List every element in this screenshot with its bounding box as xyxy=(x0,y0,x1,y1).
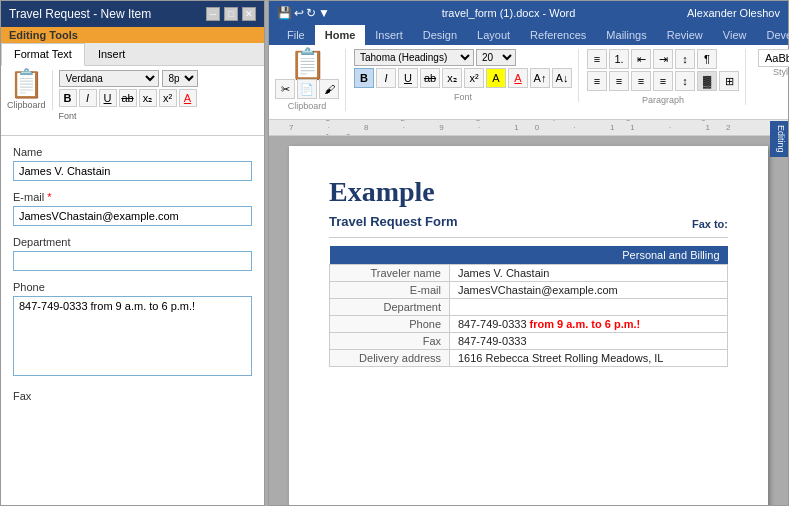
word-font-label: Font xyxy=(454,92,472,102)
save-icon[interactable]: 💾 xyxy=(277,6,292,20)
editing-tools-label: Editing Tools xyxy=(9,29,78,41)
dept-input[interactable] xyxy=(13,251,252,271)
font-controls: Verdana 8pt B I U ab x₂ x² A Font xyxy=(59,70,258,121)
row-label-phone: Phone xyxy=(330,316,450,333)
word-decrease-font-button[interactable]: A↓ xyxy=(552,68,572,88)
word-font-row1: Tahoma (Headings) 20 xyxy=(354,49,516,66)
font-row1: Verdana 8pt xyxy=(59,70,258,87)
table-row: E-mail JamesVChastain@example.com xyxy=(330,282,728,299)
bold-button[interactable]: B xyxy=(59,89,77,107)
phone-input[interactable]: 847-749-0333 from 9 a.m. to 6 p.m.! xyxy=(13,296,252,376)
word-highlight-button[interactable]: A xyxy=(486,68,506,88)
word-filename: travel_form (1).docx - Word xyxy=(442,7,576,19)
border-button[interactable]: ⊞ xyxy=(719,71,739,91)
copy-button[interactable]: 📄 xyxy=(297,79,317,99)
table-row: Department xyxy=(330,299,728,316)
maximize-button[interactable]: □ xyxy=(224,7,238,21)
close-button[interactable]: ✕ xyxy=(242,7,256,21)
sort-button[interactable]: ↕ xyxy=(675,49,695,69)
word-font-select[interactable]: Tahoma (Headings) xyxy=(354,49,474,66)
word-sup-button[interactable]: x² xyxy=(464,68,484,88)
word-title-center: travel_form (1).docx - Word xyxy=(442,7,576,19)
word-paste-sub: ✂ 📄 🖌 xyxy=(275,79,339,99)
quick-access-toolbar: 💾 ↩ ↻ ▼ xyxy=(277,6,330,20)
row-value-phone: 847-749-0333 from 9 a.m. to 6 p.m.! xyxy=(450,316,728,333)
word-tab-design[interactable]: Design xyxy=(413,25,467,45)
name-field: Name xyxy=(13,146,252,181)
paste-button[interactable]: 📋 xyxy=(9,70,44,98)
show-para-button[interactable]: ¶ xyxy=(697,49,717,69)
form-area: Name E-mail * Department Phone 847-749-0… xyxy=(1,136,264,505)
doc-title: Example xyxy=(329,176,728,208)
name-label: Name xyxy=(13,146,252,158)
travel-request-panel: Travel Request - New Item ─ □ ✕ Editing … xyxy=(0,0,265,506)
phone-label: Phone xyxy=(13,281,252,293)
word-bold-button[interactable]: B xyxy=(354,68,374,88)
tab-insert[interactable]: Insert xyxy=(85,43,139,65)
cut-button[interactable]: ✂ xyxy=(275,79,295,99)
word-sub-button[interactable]: x₂ xyxy=(442,68,462,88)
styles-box[interactable]: AaBbCc xyxy=(758,49,789,67)
underline-button[interactable]: U xyxy=(99,89,117,107)
subscript-button[interactable]: x₂ xyxy=(139,89,157,107)
word-tab-home[interactable]: Home xyxy=(315,25,366,45)
word-tab-mailings[interactable]: Mailings xyxy=(596,25,656,45)
row-value-email: JamesVChastain@example.com xyxy=(450,282,728,299)
word-tab-review[interactable]: Review xyxy=(657,25,713,45)
font-size-select[interactable]: 8pt xyxy=(162,70,198,87)
customize-qat-icon[interactable]: ▼ xyxy=(318,6,330,20)
word-color-button[interactable]: A xyxy=(508,68,528,88)
email-input[interactable] xyxy=(13,206,252,226)
indent-increase-button[interactable]: ⇥ xyxy=(653,49,673,69)
format-painter-button[interactable]: 🖌 xyxy=(319,79,339,99)
word-tab-file[interactable]: File xyxy=(277,25,315,45)
para-row2: ≡ ≡ ≡ ≡ ↕ ▓ ⊞ xyxy=(587,71,739,91)
ruler: · 1 · 2 · 3 · 4 · 5 · 6 · 7 · 8 · 9 · 10… xyxy=(269,120,788,136)
word-para-label: Paragraph xyxy=(642,95,684,105)
superscript-button[interactable]: x² xyxy=(159,89,177,107)
word-underline-button[interactable]: U xyxy=(398,68,418,88)
numbering-button[interactable]: 1. xyxy=(609,49,629,69)
font-label: Font xyxy=(59,111,258,121)
bullets-button[interactable]: ≡ xyxy=(587,49,607,69)
font-color-button[interactable]: A xyxy=(179,89,197,107)
dept-field: Department xyxy=(13,236,252,271)
clipboard-label: Clipboard xyxy=(7,100,46,110)
tab-format-text[interactable]: Format Text xyxy=(1,43,85,66)
word-size-select[interactable]: 20 xyxy=(476,49,516,66)
word-tab-insert[interactable]: Insert xyxy=(365,25,413,45)
word-tab-view[interactable]: View xyxy=(713,25,757,45)
align-right-button[interactable]: ≡ xyxy=(631,71,651,91)
word-strike-button[interactable]: ab xyxy=(420,68,440,88)
word-tab-develo[interactable]: Develo... xyxy=(756,25,789,45)
word-tab-references[interactable]: References xyxy=(520,25,596,45)
shading-button[interactable]: ▓ xyxy=(697,71,717,91)
left-ribbon-content: 📋 Clipboard Verdana 8pt B I U ab x₂ x² A xyxy=(1,66,264,136)
email-required-marker: * xyxy=(47,191,51,203)
name-input[interactable] xyxy=(13,161,252,181)
line-spacing-button[interactable]: ↕ xyxy=(675,71,695,91)
justify-button[interactable]: ≡ xyxy=(653,71,673,91)
phone-field: Phone 847-749-0333 from 9 a.m. to 6 p.m.… xyxy=(13,281,252,380)
word-italic-button[interactable]: I xyxy=(376,68,396,88)
word-increase-font-button[interactable]: A↑ xyxy=(530,68,550,88)
word-title-bar: 💾 ↩ ↻ ▼ travel_form (1).docx - Word Alex… xyxy=(269,1,788,25)
align-left-button[interactable]: ≡ xyxy=(587,71,607,91)
font-row2: B I U ab x₂ x² A xyxy=(59,89,258,107)
email-field-group: E-mail * xyxy=(13,191,252,226)
align-center-button[interactable]: ≡ xyxy=(609,71,629,91)
doc-area[interactable]: Example Travel Request Form Fax to: Pers… xyxy=(269,136,788,505)
word-paste-icon[interactable]: 📋 xyxy=(289,49,326,79)
left-window-controls: ─ □ ✕ xyxy=(206,7,256,21)
italic-button[interactable]: I xyxy=(79,89,97,107)
dept-label: Department xyxy=(13,236,252,248)
word-tab-layout[interactable]: Layout xyxy=(467,25,520,45)
indent-decrease-button[interactable]: ⇤ xyxy=(631,49,651,69)
font-face-select[interactable]: Verdana xyxy=(59,70,159,87)
minimize-button[interactable]: ─ xyxy=(206,7,220,21)
undo-icon[interactable]: ↩ xyxy=(294,6,304,20)
strikethrough-button[interactable]: ab xyxy=(119,89,137,107)
styles-label: Styles xyxy=(773,67,789,77)
word-font-row2: B I U ab x₂ x² A A A↑ A↓ xyxy=(354,68,572,88)
redo-icon[interactable]: ↻ xyxy=(306,6,316,20)
